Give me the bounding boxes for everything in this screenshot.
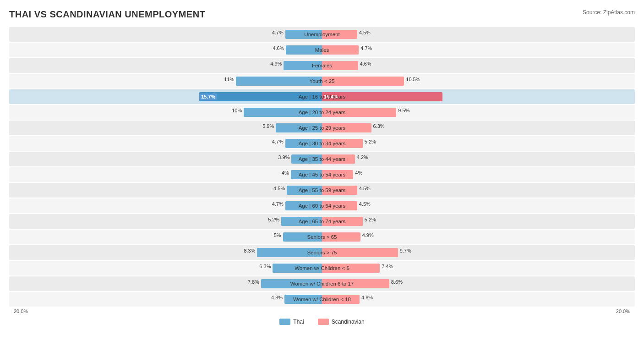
bar-section: 5.9% Age | 25 to 29 years 6.3%	[9, 121, 635, 135]
scandi-value: 6.3%	[371, 123, 385, 129]
scandi-value: 10.5%	[404, 77, 420, 82]
right-part: 4.2%	[322, 152, 635, 166]
left-part: 4.9%	[9, 58, 322, 73]
chart-area: 4.7% Unemployment 4.5% 4.6% Males 4.7%	[9, 27, 635, 307]
scandi-value: 4.9%	[360, 232, 374, 238]
bar-section: 6.3% Women w/ Children < 6 7.4%	[9, 261, 635, 275]
left-part: 10%	[9, 105, 322, 120]
bar-section: 4.8% Women w/ Children < 18 4.8%	[9, 292, 635, 307]
thai-bar: 4%	[291, 170, 322, 179]
scandi-bar: 15.4%	[322, 92, 442, 101]
thai-value: 5.2%	[268, 217, 281, 222]
right-part: 6.3%	[322, 121, 635, 135]
scandi-value: 9.7%	[398, 248, 411, 253]
left-part: 4.5%	[9, 183, 322, 198]
thai-value: 10%	[232, 108, 244, 113]
right-part: 4.5%	[322, 198, 635, 213]
thai-value: 4.8%	[271, 295, 284, 300]
thai-value: 5%	[274, 232, 283, 238]
axis-left: 20.0%	[9, 308, 322, 314]
bar-section: 4.9% Females 4.6%	[9, 58, 635, 73]
thai-bar: 8.3%	[257, 248, 322, 257]
left-part: 8.3%	[9, 245, 322, 260]
thai-bar: 5.2%	[281, 217, 322, 226]
chart-row: 4.8% Women w/ Children < 18 4.8%	[9, 292, 635, 307]
thai-bar: 7.8%	[261, 279, 322, 288]
thai-value: 4.7%	[272, 139, 285, 144]
thai-value: 5.9%	[262, 123, 276, 129]
right-part: 9.5%	[322, 105, 635, 120]
right-part: 4.6%	[322, 58, 635, 73]
chart-row: 3.9% Age | 35 to 44 years 4.2%	[9, 152, 635, 166]
right-part: 9.7%	[322, 245, 635, 260]
right-part: 4.5%	[322, 183, 635, 198]
scandi-bar: 4.8%	[322, 295, 360, 304]
thai-value: 4.7%	[272, 201, 285, 207]
left-part: 4.6%	[9, 43, 322, 57]
left-part: 6.3%	[9, 261, 322, 275]
left-part: 3.9%	[9, 152, 322, 166]
right-part: 4.5%	[322, 27, 635, 42]
thai-value: 4.6%	[273, 45, 286, 51]
right-part: 15.4%	[322, 89, 635, 104]
scandi-bar: 4.5%	[322, 30, 357, 39]
chart-header: THAI VS SCANDINAVIAN UNEMPLOYMENT Source…	[9, 9, 635, 20]
right-part: 4%	[322, 167, 635, 182]
scandi-bar: 4.5%	[322, 186, 357, 195]
scandi-bar: 6.3%	[322, 123, 371, 132]
axis-row: 20.0% 20.0%	[9, 308, 635, 314]
scandi-bar: 10.5%	[322, 77, 404, 86]
thai-bar: 10%	[244, 108, 322, 117]
scandi-value: 9.5%	[396, 108, 409, 113]
chart-row: 6.3% Women w/ Children < 6 7.4%	[9, 261, 635, 275]
scandi-bar: 7.4%	[322, 264, 380, 273]
scandi-bar: 4.7%	[322, 45, 359, 55]
thai-bar: 5.9%	[276, 123, 322, 132]
chart-row: 8.3% Seniors > 75 9.7%	[9, 245, 635, 260]
bar-section: 15.7% Age | 16 to 19 years 15.4%	[9, 89, 635, 104]
scandi-value: 8.6%	[389, 279, 403, 285]
left-part: 5.2%	[9, 214, 322, 229]
scandi-bar: 4.2%	[322, 154, 355, 164]
chart-row: 4.7% Age | 30 to 34 years 5.2%	[9, 136, 635, 151]
thai-bar: 6.3%	[273, 264, 322, 273]
thai-value: 4%	[282, 170, 291, 176]
left-part: 4%	[9, 167, 322, 182]
thai-bar: 4.7%	[285, 30, 322, 39]
bar-section: 4.6% Males 4.7%	[9, 43, 635, 57]
bar-section: 5% Seniors > 65 4.9%	[9, 230, 635, 244]
scandi-value: 5.2%	[363, 139, 376, 144]
left-part: 5%	[9, 230, 322, 244]
left-part: 11%	[9, 74, 322, 88]
axis-right: 20.0%	[322, 308, 635, 314]
bar-section: 10% Age | 20 to 24 years 9.5%	[9, 105, 635, 120]
left-part: 4.7%	[9, 198, 322, 213]
legend: Thai Scandinavian	[9, 319, 635, 325]
legend-thai-label: Thai	[293, 319, 304, 325]
scandi-bar: 4.9%	[322, 232, 360, 242]
chart-row: 4.7% Age | 60 to 64 years 4.5%	[9, 198, 635, 213]
legend-scandinavian: Scandinavian	[318, 319, 365, 325]
left-part: 4.7%	[9, 136, 322, 151]
thai-bar: 4.7%	[285, 201, 322, 210]
bar-section: 4.7% Unemployment 4.5%	[9, 27, 635, 42]
right-part: 5.2%	[322, 214, 635, 229]
scandi-value: 5.2%	[363, 217, 376, 222]
right-part: 7.4%	[322, 261, 635, 275]
thai-value: 6.3%	[259, 264, 273, 269]
chart-row: 4.6% Males 4.7%	[9, 43, 635, 57]
bar-section: 4.7% Age | 30 to 34 years 5.2%	[9, 136, 635, 151]
right-part: 8.6%	[322, 276, 635, 291]
scandi-value: 4.6%	[358, 61, 371, 66]
scandi-value: 4.7%	[359, 45, 372, 51]
scandi-bar: 4.6%	[322, 61, 358, 70]
scandi-bar: 9.7%	[322, 248, 398, 257]
thai-bar: 4.9%	[284, 61, 322, 70]
thai-bar: 4.8%	[284, 295, 322, 304]
chart-row: 7.8% Women w/ Children 6 to 17 8.6%	[9, 276, 635, 291]
bar-section: 5.2% Age | 65 to 74 years 5.2%	[9, 214, 635, 229]
scandi-value: 4.5%	[357, 30, 371, 35]
thai-bar: 11%	[236, 77, 322, 86]
bar-section: 3.9% Age | 35 to 44 years 4.2%	[9, 152, 635, 166]
thai-value: 15.7%	[199, 94, 217, 100]
